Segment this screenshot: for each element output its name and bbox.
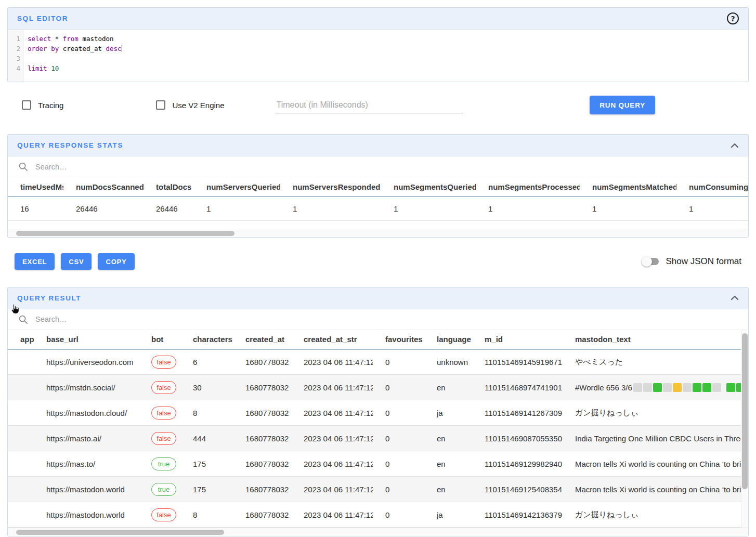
result-cell-characters: 444 bbox=[180, 426, 233, 451]
result-column-header[interactable]: app bbox=[8, 330, 34, 349]
result-column-header[interactable]: bot bbox=[139, 330, 180, 349]
json-format-toggle-group: Show JSON format bbox=[642, 256, 742, 267]
stats-horizontal-scrollbar[interactable] bbox=[8, 229, 748, 237]
code-line bbox=[28, 54, 748, 63]
stats-cell: 26446 bbox=[63, 197, 144, 220]
result-search-input[interactable] bbox=[34, 315, 738, 324]
stats-hscroll-thumb[interactable] bbox=[16, 231, 234, 236]
result-horizontal-scrollbar[interactable] bbox=[8, 528, 748, 536]
code-line: select * from mastodon bbox=[28, 34, 748, 44]
result-row: https://mas.to/true17516807780322023 04 … bbox=[8, 451, 748, 477]
result-cell-favourites: 0 bbox=[373, 451, 424, 477]
result-column-header[interactable]: m_id bbox=[472, 330, 563, 349]
bot-status-badge: true bbox=[151, 483, 176, 496]
excel-button[interactable]: EXCEL bbox=[15, 253, 55, 270]
result-vscroll-thumb[interactable] bbox=[742, 333, 748, 489]
stats-table-header-row: timeUsedMsnumDocsScannedtotalDocsnumServ… bbox=[8, 177, 748, 197]
result-column-header[interactable]: created_at_str bbox=[291, 330, 373, 349]
stats-column-header[interactable]: numSegmentsQueried bbox=[381, 177, 476, 197]
copy-button[interactable]: COPY bbox=[98, 253, 134, 270]
bot-status-badge: false bbox=[151, 381, 176, 394]
result-cell-characters: 6 bbox=[180, 349, 233, 375]
stats-column-header[interactable]: numSegmentsProcessed bbox=[476, 177, 580, 197]
result-cell-created_at: 1680778032 bbox=[233, 349, 291, 375]
result-cell-mastodon_text: やべミスった bbox=[563, 349, 748, 375]
result-column-header[interactable]: characters bbox=[180, 330, 233, 349]
result-column-header[interactable]: favourites bbox=[373, 330, 424, 349]
code-line: limit 10 bbox=[28, 63, 748, 73]
chevron-up-icon bbox=[731, 295, 739, 300]
result-header: QUERY RESULT bbox=[8, 287, 748, 309]
result-collapse-button[interactable] bbox=[731, 295, 739, 300]
result-cell-bot: true bbox=[139, 451, 180, 477]
result-cell-created_at: 1680778032 bbox=[233, 426, 291, 451]
result-cell-mastodon_text: ガン掘りねっしぃ bbox=[563, 502, 748, 528]
code-lines[interactable]: select * from mastodonorder by created_a… bbox=[23, 30, 748, 82]
v2-engine-checkbox[interactable] bbox=[156, 100, 165, 110]
sql-editor-header: SQL EDITOR ? bbox=[8, 8, 748, 30]
result-cell-base_url: https://mastodon.cloud/ bbox=[34, 400, 139, 426]
result-cell-created_at: 1680778032 bbox=[233, 451, 291, 477]
wordle-square bbox=[702, 383, 711, 392]
result-table: appbase_urlbotcharacterscreated_atcreate… bbox=[8, 330, 748, 528]
chevron-up-icon bbox=[731, 143, 739, 148]
stats-column-header[interactable]: numDocsScanned bbox=[63, 177, 144, 197]
stats-column-header[interactable]: numConsumingSegmentsQueried bbox=[676, 177, 748, 197]
result-cell-m_id: 110151469141267309 bbox=[472, 400, 563, 426]
stats-column-header[interactable]: numSegmentsMatched bbox=[580, 177, 676, 197]
result-cell-base_url: https://mastodon.world bbox=[34, 477, 139, 502]
tracing-checkbox[interactable] bbox=[22, 100, 31, 110]
stats-table: timeUsedMsnumDocsScannedtotalDocsnumServ… bbox=[8, 177, 748, 221]
result-cell-favourites: 0 bbox=[373, 502, 424, 528]
result-cell-characters: 8 bbox=[180, 502, 233, 528]
result-cell-created_at_str: 2023 04 06 11:47:12 bbox=[291, 349, 373, 375]
sql-code-editor[interactable]: 1234 select * from mastodonorder by crea… bbox=[8, 30, 748, 82]
result-cell-created_at: 1680778032 bbox=[233, 375, 291, 400]
result-cell-created_at_str: 2023 04 06 11:47:12 bbox=[291, 375, 373, 400]
result-column-header[interactable]: mastodon_text bbox=[563, 330, 748, 349]
mastodon-text: ガン掘りねっしぃ bbox=[575, 510, 638, 519]
stats-column-header[interactable]: timeUsedMs bbox=[8, 177, 63, 197]
wordle-square bbox=[726, 383, 735, 392]
timeout-input[interactable] bbox=[276, 97, 463, 113]
line-number: 4 bbox=[8, 63, 20, 73]
line-number: 2 bbox=[8, 44, 20, 54]
json-format-label: Show JSON format bbox=[666, 256, 742, 267]
result-column-header[interactable]: created_at bbox=[233, 330, 291, 349]
bot-status-badge: false bbox=[151, 432, 176, 445]
stats-search-input[interactable] bbox=[34, 162, 738, 172]
result-cell-app bbox=[8, 426, 34, 451]
result-column-header[interactable]: language bbox=[424, 330, 472, 349]
wordle-square bbox=[663, 383, 672, 392]
result-cell-language: en bbox=[424, 375, 472, 400]
result-vertical-scrollbar[interactable] bbox=[741, 330, 748, 528]
stats-cell: 26446 bbox=[144, 197, 194, 220]
help-icon[interactable]: ? bbox=[727, 12, 739, 24]
result-hscroll-thumb[interactable] bbox=[16, 530, 224, 535]
csv-button[interactable]: CSV bbox=[61, 253, 92, 270]
result-cell-created_at: 1680778032 bbox=[233, 400, 291, 426]
stats-column-header[interactable]: numServersQueried bbox=[194, 177, 280, 197]
result-cell-created_at_str: 2023 04 06 11:47:12 bbox=[291, 502, 373, 528]
stats-column-header[interactable]: numServersResponded bbox=[280, 177, 381, 197]
json-format-switch[interactable] bbox=[642, 256, 659, 267]
result-cell-language: unknown bbox=[424, 349, 472, 375]
result-cell-language: en bbox=[424, 477, 472, 502]
result-cell-base_url: https://mstdn.social/ bbox=[34, 375, 139, 400]
stats-search-row bbox=[8, 156, 748, 177]
tracing-label: Tracing bbox=[38, 101, 63, 110]
result-cell-favourites: 0 bbox=[373, 477, 424, 502]
result-cell-m_id: 110151468974741901 bbox=[472, 375, 563, 400]
result-column-header[interactable]: base_url bbox=[34, 330, 139, 349]
run-query-button[interactable]: RUN QUERY bbox=[590, 96, 655, 114]
result-cell-app bbox=[8, 451, 34, 477]
wordle-square bbox=[693, 383, 701, 392]
result-cell-characters: 175 bbox=[180, 477, 233, 502]
stats-collapse-button[interactable] bbox=[731, 143, 739, 148]
result-cell-app bbox=[8, 375, 34, 400]
result-cell-app bbox=[8, 400, 34, 426]
result-cell-language: ja bbox=[424, 502, 472, 528]
mastodon-text: Macron tells Xi world is counting on Chi… bbox=[575, 485, 748, 494]
query-console-page: SQL EDITOR ? 1234 select * from mastodon… bbox=[0, 0, 756, 537]
stats-column-header[interactable]: totalDocs bbox=[144, 177, 194, 197]
